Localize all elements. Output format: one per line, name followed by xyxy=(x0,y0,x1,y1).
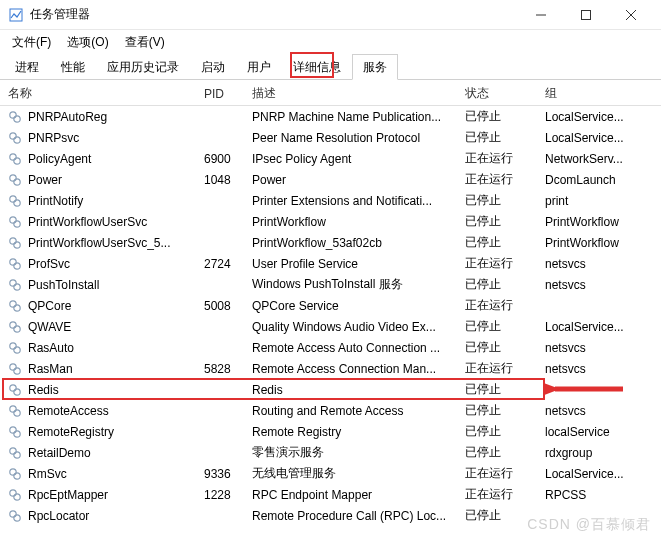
table-row[interactable]: RetailDemo零售演示服务已停止rdxgroup xyxy=(0,442,661,463)
svg-point-41 xyxy=(10,489,16,495)
gear-icon xyxy=(8,194,22,208)
tab-services[interactable]: 服务 xyxy=(352,54,398,80)
cell-desc: Remote Procedure Call (RPC) Loc... xyxy=(246,509,459,523)
column-header-desc[interactable]: 描述 xyxy=(246,85,459,102)
cell-group: LocalService... xyxy=(539,110,639,124)
gear-icon xyxy=(8,509,22,523)
menu-file[interactable]: 文件(F) xyxy=(4,32,59,53)
column-header-group[interactable]: 组 xyxy=(539,85,639,102)
svg-point-32 xyxy=(14,388,20,394)
table-row[interactable]: RmSvc9336无线电管理服务正在运行LocalService... xyxy=(0,463,661,484)
cell-status: 已停止 xyxy=(459,213,539,230)
cell-status: 已停止 xyxy=(459,444,539,461)
table-row[interactable]: RedisRedis已停止 xyxy=(0,379,661,400)
gear-icon xyxy=(8,236,22,250)
gear-icon xyxy=(8,362,22,376)
titlebar: 任务管理器 xyxy=(0,0,661,30)
cell-name: PNRPsvc xyxy=(28,131,79,145)
cell-name: Power xyxy=(28,173,62,187)
cell-group: netsvcs xyxy=(539,362,639,376)
svg-point-12 xyxy=(14,178,20,184)
svg-point-28 xyxy=(14,346,20,352)
table-row[interactable]: RemoteRegistryRemote Registry已停止localSer… xyxy=(0,421,661,442)
cell-name: RemoteAccess xyxy=(28,404,109,418)
table-row[interactable]: RemoteAccessRouting and Remote Access已停止… xyxy=(0,400,661,421)
gear-icon xyxy=(8,320,22,334)
cell-name: RasMan xyxy=(28,362,73,376)
table-row[interactable]: RasAutoRemote Access Auto Connection ...… xyxy=(0,337,661,358)
close-button[interactable] xyxy=(608,1,653,29)
table-row[interactable]: QPCore5008QPCore Service正在运行 xyxy=(0,295,661,316)
cell-desc: QPCore Service xyxy=(246,299,459,313)
table-row[interactable]: PrintWorkflowUserSvc_5...PrintWorkflow_5… xyxy=(0,232,661,253)
svg-point-14 xyxy=(14,199,20,205)
table-row[interactable]: PNRPAutoRegPNRP Machine Name Publication… xyxy=(0,106,661,127)
column-header-pid[interactable]: PID xyxy=(198,87,246,101)
tab-startup[interactable]: 启动 xyxy=(190,54,236,79)
cell-pid: 5828 xyxy=(198,362,246,376)
table-row[interactable]: QWAVEQuality Windows Audio Video Ex...已停… xyxy=(0,316,661,337)
cell-group: PrintWorkflow xyxy=(539,236,639,250)
menu-options[interactable]: 选项(O) xyxy=(59,32,116,53)
tabs: 进程 性能 应用历史记录 启动 用户 详细信息 服务 xyxy=(0,54,661,80)
svg-point-33 xyxy=(10,405,16,411)
table-row[interactable]: RpcEptMapper1228RPC Endpoint Mapper正在运行R… xyxy=(0,484,661,505)
tab-users[interactable]: 用户 xyxy=(236,54,282,79)
cell-status: 正在运行 xyxy=(459,465,539,482)
table-header: 名称 PID 描述 状态 组 xyxy=(0,80,661,106)
cell-group: LocalService... xyxy=(539,131,639,145)
svg-point-18 xyxy=(14,241,20,247)
cell-name: PrintNotify xyxy=(28,194,83,208)
maximize-button[interactable] xyxy=(563,1,608,29)
cell-desc: Power xyxy=(246,173,459,187)
minimize-button[interactable] xyxy=(518,1,563,29)
table-row[interactable]: PrintNotifyPrinter Extensions and Notifi… xyxy=(0,190,661,211)
svg-rect-0 xyxy=(10,9,22,21)
gear-icon xyxy=(8,299,22,313)
cell-group: DcomLaunch xyxy=(539,173,639,187)
table-row[interactable]: ProfSvc2724User Profile Service正在运行netsv… xyxy=(0,253,661,274)
svg-point-9 xyxy=(10,153,16,159)
svg-point-38 xyxy=(14,451,20,457)
menubar: 文件(F) 选项(O) 查看(V) xyxy=(0,30,661,54)
tab-apphistory[interactable]: 应用历史记录 xyxy=(96,54,190,79)
svg-point-29 xyxy=(10,363,16,369)
table-row[interactable]: PrintWorkflowUserSvcPrintWorkflow已停止Prin… xyxy=(0,211,661,232)
svg-point-13 xyxy=(10,195,16,201)
column-header-status[interactable]: 状态 xyxy=(459,85,539,102)
table-row[interactable]: PNRPsvcPeer Name Resolution Protocol已停止L… xyxy=(0,127,661,148)
table-row[interactable]: PolicyAgent6900IPsec Policy Agent正在运行Net… xyxy=(0,148,661,169)
cell-group: LocalService... xyxy=(539,320,639,334)
menu-view[interactable]: 查看(V) xyxy=(117,32,173,53)
svg-point-36 xyxy=(14,430,20,436)
svg-point-40 xyxy=(14,472,20,478)
column-header-name[interactable]: 名称 xyxy=(0,85,198,102)
cell-desc: 零售演示服务 xyxy=(246,444,459,461)
cell-group: localService xyxy=(539,425,639,439)
tab-performance[interactable]: 性能 xyxy=(50,54,96,79)
cell-status: 已停止 xyxy=(459,339,539,356)
tab-details[interactable]: 详细信息 xyxy=(282,54,352,79)
svg-point-22 xyxy=(14,283,20,289)
cell-group: netsvcs xyxy=(539,404,639,418)
cell-status: 正在运行 xyxy=(459,297,539,314)
gear-icon xyxy=(8,215,22,229)
table-row[interactable]: PushToInstallWindows PushToInstall 服务已停止… xyxy=(0,274,661,295)
svg-point-35 xyxy=(10,426,16,432)
svg-rect-2 xyxy=(581,10,590,19)
table-row[interactable]: RasMan5828Remote Access Connection Man..… xyxy=(0,358,661,379)
svg-point-39 xyxy=(10,468,16,474)
tab-processes[interactable]: 进程 xyxy=(4,54,50,79)
cell-name: Redis xyxy=(28,383,59,397)
cell-desc: Remote Access Connection Man... xyxy=(246,362,459,376)
gear-icon xyxy=(8,488,22,502)
cell-name: RpcEptMapper xyxy=(28,488,108,502)
gear-icon xyxy=(8,341,22,355)
svg-point-27 xyxy=(10,342,16,348)
cell-status: 正在运行 xyxy=(459,360,539,377)
svg-point-11 xyxy=(10,174,16,180)
svg-point-31 xyxy=(10,384,16,390)
svg-point-16 xyxy=(14,220,20,226)
gear-icon xyxy=(8,110,22,124)
table-row[interactable]: Power1048Power正在运行DcomLaunch xyxy=(0,169,661,190)
